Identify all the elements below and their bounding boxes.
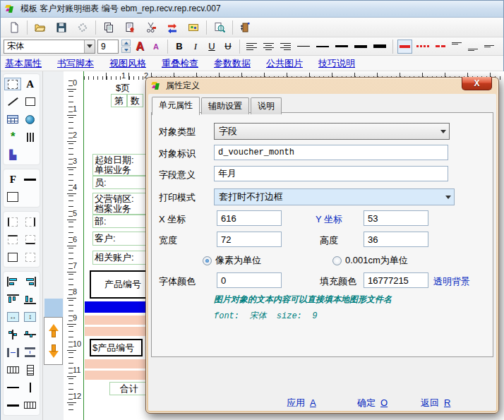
label-cell[interactable]: 起始日期: 单据业务 [92,154,148,176]
band-selection-marker[interactable] [44,299,63,317]
menu-tips[interactable]: 技巧说明 [318,57,355,70]
align-objects-bottom-button[interactable] [22,293,39,306]
field-meaning-input[interactable]: 年月 [214,166,448,181]
border-bottom-button[interactable] [22,233,39,246]
align-left-button[interactable] [244,40,259,54]
page-var-cell[interactable]: $页 [116,83,144,94]
tab-cell-properties[interactable]: 单元属性 [152,97,200,115]
border-none-button[interactable] [22,251,39,263]
cut-button[interactable] [140,19,162,36]
extra-line-button[interactable] [4,399,21,412]
line-style-dashed-button[interactable] [433,40,448,54]
x-coord-input[interactable]: 616 [217,210,282,226]
fit-width-button[interactable]: ↔ [4,311,21,323]
move-down-arrow-icon[interactable] [49,344,59,358]
extra-grid-button[interactable] [22,399,39,412]
align-objects-top-button[interactable] [4,293,21,306]
close-button[interactable]: X [462,77,492,90]
columns-tool-button[interactable] [22,131,39,143]
print-mode-select[interactable]: 套打时不打边框 [214,188,455,205]
title-bar[interactable]: 模板 客户对账明细表 编号 ebm_rep.recv.rep.recv.007 [1,1,503,18]
table-columns-button[interactable] [4,364,21,376]
line-style-dotted-button[interactable] [414,40,431,54]
insert-image-button[interactable] [183,19,204,36]
header-cell[interactable]: 数 [127,94,143,107]
valign-bottom-button[interactable] [466,40,480,54]
bold-button[interactable]: B [172,40,186,54]
size-down-button[interactable] [121,47,131,53]
swap-lines-button[interactable] [162,19,183,36]
height-input[interactable]: 36 [364,232,428,247]
grow-font-button[interactable]: A [133,40,147,54]
print-button[interactable] [72,19,93,36]
horizontal-line-button[interactable] [4,381,21,394]
unit-cm-radio[interactable]: 0.001cm为单位 [332,254,408,267]
pattern-tool-button[interactable]: ▙ [4,148,21,161]
tab-description[interactable]: 说明 [251,97,282,114]
border-all-button[interactable] [4,251,21,263]
menu-overlap-check[interactable]: 重叠检查 [162,57,198,70]
preview-button[interactable] [209,19,230,36]
strikethrough-button[interactable]: U [221,40,235,54]
space-horizontal-button[interactable] [4,346,21,359]
row-band[interactable] [85,371,153,380]
object-id-input[interactable]: d_voucher_month [214,145,448,160]
underline-button[interactable]: U [205,40,219,54]
label-cell[interactable]: 客户: [92,232,148,246]
text-tool-button[interactable]: A [22,78,39,90]
rectangle-tool-button[interactable] [22,95,39,108]
font-size-input[interactable]: 9 [97,40,119,54]
move-up-arrow-icon[interactable] [49,324,59,338]
align-objects-right-button[interactable] [22,275,39,288]
space-vertical-button[interactable] [22,346,39,359]
label-cell[interactable]: 父营销区: 档案业务 [92,193,148,215]
dialog-title-bar[interactable]: 属性定义 [146,78,498,94]
line-tool-button[interactable] [4,95,21,108]
menu-basic-properties[interactable]: 基本属性 [5,57,42,70]
line-width-1-button[interactable] [295,40,312,54]
font-name-select[interactable]: 宋体 [4,40,95,54]
center-vertical-button[interactable] [22,328,39,341]
exit-button[interactable] [235,19,256,36]
font-name-dropdown-button[interactable] [84,40,95,53]
menu-shared-images[interactable]: 公共图片 [266,57,303,70]
table-rows-button[interactable] [22,364,39,376]
line-width-3-button[interactable] [333,40,350,54]
width-input[interactable]: 72 [217,232,282,247]
center-horizontal-button[interactable] [4,328,21,341]
row-band[interactable] [85,316,153,325]
fit-height-button[interactable]: ↕ [22,311,39,323]
border-left-button[interactable] [4,215,21,228]
field-box[interactable]: $产品编号 [90,339,143,356]
label-cell[interactable]: 员: [92,176,148,189]
new-button[interactable] [4,19,25,36]
ok-button[interactable]: 确定O [357,397,388,409]
line-style-solid-button[interactable] [397,40,412,54]
fill-color-input[interactable]: 16777215 [364,272,428,288]
size-up-button[interactable] [121,40,131,46]
selected-row-band[interactable] [85,301,153,313]
save-button[interactable] [51,19,72,36]
transparent-bg-link[interactable]: 透明背景 [433,275,470,288]
align-right-button[interactable] [278,40,293,54]
open-button[interactable] [30,19,51,36]
menu-parameter-data[interactable]: 参数数据 [214,57,251,70]
debug-tool-button[interactable]: * [4,131,21,143]
shrink-font-button[interactable]: A [149,40,163,54]
object-type-select[interactable]: 字段 [214,123,450,140]
tab-auxiliary-settings[interactable]: 辅助设置 [201,97,249,114]
border-right-button[interactable] [22,215,39,228]
copy-button[interactable] [98,19,119,36]
total-cell[interactable]: 合计 [109,382,149,395]
print-mode-dropdown-button[interactable] [442,189,454,205]
line-width-4-button[interactable] [352,40,369,54]
y-coord-input[interactable]: 53 [364,210,428,226]
return-button[interactable]: 返回R [421,397,450,409]
apply-button[interactable]: 应用A [287,397,316,409]
valign-top-button[interactable] [450,40,464,54]
align-center-button[interactable] [261,40,276,54]
row-band[interactable] [85,327,153,336]
valign-middle-button[interactable] [482,40,496,54]
header-cell[interactable]: 第 [111,94,127,107]
row-band[interactable] [85,359,153,368]
